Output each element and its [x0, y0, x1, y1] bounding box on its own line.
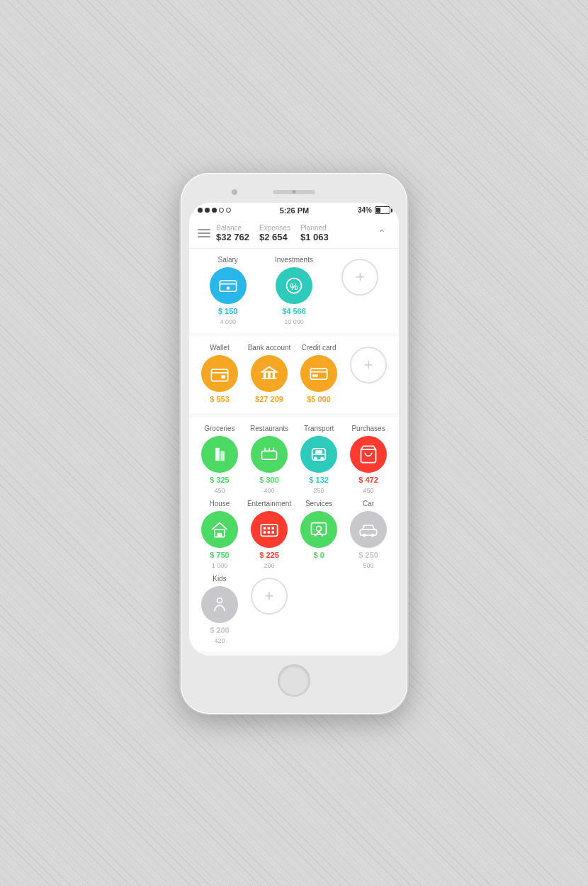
- house-icon: [201, 511, 238, 548]
- purchases-item[interactable]: Purchases $ 472 450: [346, 425, 390, 494]
- status-time: 5:26 PM: [280, 206, 310, 215]
- kids-icon: [201, 586, 238, 623]
- svg-rect-28: [217, 532, 222, 537]
- wallet-label: Wallet: [210, 344, 229, 352]
- expenses-stat: Expenses $2 654: [259, 224, 290, 242]
- svg-rect-10: [273, 372, 276, 378]
- groceries-sublabel: 450: [214, 487, 225, 494]
- house-item[interactable]: House $ 750 1 000: [198, 500, 242, 569]
- svg-point-40: [371, 533, 375, 537]
- svg-rect-15: [215, 447, 220, 461]
- credit-amount: $5 000: [307, 395, 331, 403]
- battery-fill: [376, 208, 380, 213]
- svg-rect-31: [268, 527, 271, 529]
- add-income-item[interactable]: +: [330, 256, 390, 325]
- camera: [232, 189, 237, 195]
- svg-rect-6: [221, 375, 225, 378]
- kids-sublabel: 420: [214, 637, 225, 644]
- home-button[interactable]: [278, 664, 310, 697]
- kids-label: Kids: [213, 575, 226, 583]
- planned-value: $1 063: [300, 232, 329, 242]
- transport-sublabel: 250: [314, 487, 324, 494]
- phone-bottom: [189, 656, 399, 705]
- dot-4: [219, 208, 224, 213]
- car-item[interactable]: Car $ 250 500: [346, 500, 390, 569]
- services-label: Services: [305, 500, 332, 508]
- credit-label: Credit card: [302, 344, 337, 352]
- expenses-section: Groceries $ 325 450 Restaurants $ 300: [189, 417, 399, 651]
- groceries-icon: [201, 436, 238, 473]
- purchases-sublabel: 450: [363, 487, 374, 494]
- add-income-icon: +: [341, 259, 378, 296]
- app-header: Balance $32 762 Expenses $2 654 Planned …: [189, 218, 399, 249]
- planned-label: Planned: [300, 224, 329, 232]
- header-stats: Balance $32 762 Expenses $2 654 Planned …: [216, 224, 368, 242]
- entertainment-icon: [251, 511, 288, 548]
- restaurants-icon: [251, 436, 288, 473]
- dot-1: [198, 208, 203, 213]
- phone-top: [189, 181, 399, 203]
- svg-point-2: [226, 286, 230, 290]
- purchases-amount: $ 472: [358, 476, 378, 484]
- bank-amount: $27 209: [255, 395, 283, 403]
- entertainment-sublabel: 200: [264, 562, 275, 569]
- svg-point-24: [320, 456, 324, 460]
- car-icon: [350, 511, 387, 548]
- salary-label: Salary: [217, 256, 237, 264]
- signal-dots: [198, 208, 231, 213]
- balance-stat: Balance $32 762: [216, 224, 249, 242]
- menu-button[interactable]: [198, 229, 210, 237]
- salary-amount: $ 150: [218, 307, 238, 315]
- salary-sublabel: 4 000: [220, 318, 236, 325]
- house-label: House: [210, 500, 230, 508]
- svg-rect-14: [312, 374, 318, 377]
- wallet-amount: $ 553: [210, 395, 230, 403]
- plus-icon: +: [356, 268, 365, 286]
- house-amount: $ 750: [210, 551, 230, 559]
- svg-rect-16: [220, 451, 225, 461]
- transport-label: Transport: [304, 425, 334, 433]
- services-item[interactable]: Services $ 0: [297, 500, 341, 569]
- svg-rect-38: [360, 529, 376, 535]
- sensor-dot: [293, 190, 296, 194]
- transport-item[interactable]: Transport $ 132 250: [297, 425, 341, 494]
- bank-item[interactable]: Bank account $27 209: [247, 344, 291, 406]
- car-sublabel: 500: [363, 562, 374, 569]
- planned-stat: Planned $1 063: [300, 224, 329, 242]
- services-icon: [300, 511, 337, 548]
- restaurants-label: Restaurants: [250, 425, 288, 433]
- restaurants-item[interactable]: Restaurants $ 300 400: [247, 425, 291, 494]
- accounts-section: Wallet $ 553 Bank account $27 209: [189, 337, 399, 413]
- balance-label: Balance: [216, 224, 249, 232]
- services-amount: $ 0: [313, 551, 324, 559]
- add-expense-item[interactable]: +: [247, 575, 291, 644]
- restaurants-amount: $ 300: [259, 476, 279, 484]
- battery-icon: [375, 206, 390, 214]
- svg-rect-34: [268, 531, 271, 534]
- house-sublabel: 1 000: [212, 562, 228, 569]
- add-account-item[interactable]: +: [346, 344, 390, 406]
- bank-label: Bank account: [248, 344, 291, 352]
- svg-rect-5: [211, 369, 227, 381]
- car-label: Car: [363, 500, 374, 508]
- income-section: Salary $ 150 4 000 Investments % $4 56: [189, 249, 399, 332]
- plus-icon-3: +: [265, 587, 274, 605]
- kids-item[interactable]: Kids $ 200 420: [198, 575, 242, 644]
- groceries-item[interactable]: Groceries $ 325 450: [198, 425, 242, 494]
- credit-icon: [300, 355, 337, 392]
- entertainment-amount: $ 225: [259, 551, 279, 559]
- investments-item[interactable]: Investments % $4 566 10 000: [264, 256, 324, 325]
- svg-rect-30: [264, 527, 266, 529]
- entertainment-label: Entertainment: [247, 500, 291, 508]
- collapse-button[interactable]: ⌃: [373, 225, 390, 242]
- entertainment-item[interactable]: Entertainment $ 225 200: [247, 500, 291, 569]
- kids-amount: $ 200: [210, 626, 230, 634]
- salary-item[interactable]: Salary $ 150 4 000: [198, 256, 258, 325]
- restaurants-sublabel: 400: [264, 487, 275, 494]
- wallet-item[interactable]: Wallet $ 553: [198, 344, 242, 406]
- groceries-label: Groceries: [204, 425, 234, 433]
- svg-point-37: [317, 526, 322, 531]
- svg-rect-33: [264, 531, 266, 534]
- credit-item[interactable]: Credit card $5 000: [297, 344, 341, 406]
- svg-rect-12: [310, 369, 327, 379]
